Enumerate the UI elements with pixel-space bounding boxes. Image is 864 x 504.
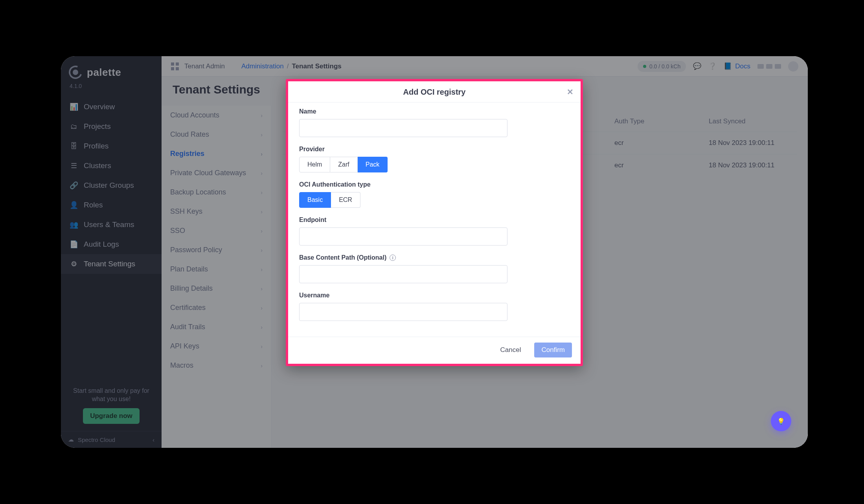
field-username: Username	[299, 292, 570, 321]
lightbulb-icon: 💡	[777, 418, 785, 425]
endpoint-input[interactable]	[299, 227, 507, 246]
label-auth-type: OCI Authentication type	[299, 181, 570, 188]
help-fab[interactable]: 💡	[771, 411, 791, 431]
name-input[interactable]	[299, 119, 507, 137]
label-basepath: Base Content Path (Optional) i	[299, 254, 570, 261]
info-icon[interactable]: i	[390, 255, 396, 261]
provider-segmented: Helm Zarf Pack	[299, 157, 570, 172]
close-icon[interactable]: ✕	[565, 87, 575, 97]
basepath-input[interactable]	[299, 265, 507, 283]
provider-option-zarf[interactable]: Zarf	[330, 157, 357, 172]
field-name: Name	[299, 108, 570, 137]
provider-option-pack[interactable]: Pack	[358, 157, 388, 172]
label-username: Username	[299, 292, 570, 299]
auth-option-ecr[interactable]: ECR	[331, 192, 360, 208]
add-oci-registry-modal: Add OCI registry ✕ Name Provider Helm Za…	[286, 79, 583, 366]
modal-header: Add OCI registry ✕	[288, 81, 581, 103]
auth-option-basic[interactable]: Basic	[299, 192, 331, 208]
auth-segmented: Basic ECR	[299, 192, 570, 208]
confirm-button[interactable]: Confirm	[534, 343, 572, 357]
modal-footer: Cancel Confirm	[288, 337, 581, 364]
modal-body: Name Provider Helm Zarf Pack OCI Authent…	[288, 103, 581, 337]
label-provider: Provider	[299, 146, 570, 153]
modal-title: Add OCI registry	[403, 88, 466, 96]
cancel-button[interactable]: Cancel	[493, 343, 528, 357]
field-auth-type: OCI Authentication type Basic ECR	[299, 181, 570, 208]
field-provider: Provider Helm Zarf Pack	[299, 146, 570, 172]
label-endpoint: Endpoint	[299, 216, 570, 224]
field-basepath: Base Content Path (Optional) i	[299, 254, 570, 283]
app-window: palette 4.1.0 📊 Overview 🗂 Projects 🗄 Pr…	[61, 56, 808, 448]
username-input[interactable]	[299, 303, 507, 321]
provider-option-helm[interactable]: Helm	[299, 157, 330, 172]
field-endpoint: Endpoint	[299, 216, 570, 246]
label-name: Name	[299, 108, 570, 115]
